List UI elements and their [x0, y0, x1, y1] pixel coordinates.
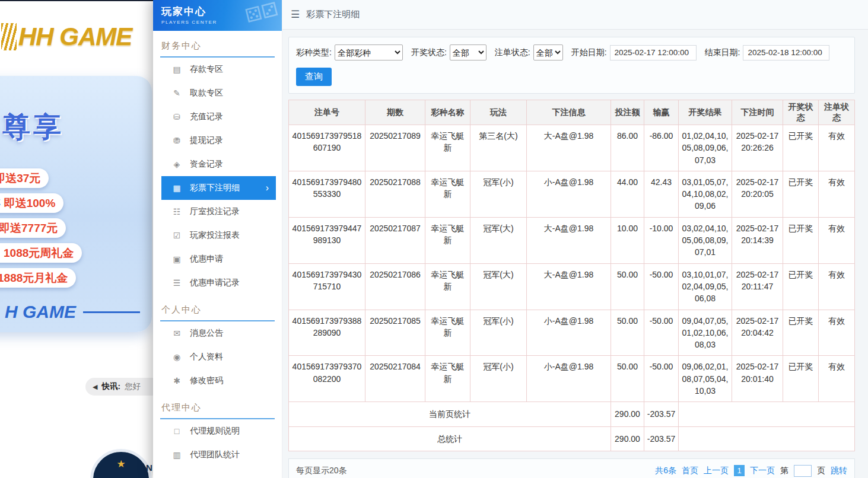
promo-pill-right: 即送7777元 [0, 222, 58, 234]
sidebar-section-title: 个人中心 [160, 304, 275, 321]
sidebar-item-label: 代理规则说明 [190, 426, 240, 436]
brand-badge: ★ [90, 449, 152, 478]
cell-order_no: 401569173979480553330 [289, 171, 365, 217]
cell-order_status: 有效 [819, 171, 855, 217]
order-status-select[interactable]: 全部 [533, 44, 563, 60]
sidebar-item-player-bet-report[interactable]: ☑玩家投注报表 [161, 224, 276, 247]
summary-empty [679, 426, 855, 451]
end-date-input[interactable] [743, 45, 829, 60]
withdrawal-icon: ⛃ [172, 136, 182, 145]
sidebar-item-promo-application-records[interactable]: ☰优惠申请记录 [161, 271, 276, 295]
funds-icon: ◈ [172, 160, 182, 169]
withdraw-pen-icon: ✎ [172, 88, 182, 98]
sidebar-item-label: 代理团队统计 [190, 450, 240, 460]
report-icon: ☑ [172, 231, 182, 240]
cell-winloss: -86.00 [644, 125, 679, 171]
sidebar-item-room-bet-records[interactable]: ☷厅室投注记录 [161, 200, 276, 224]
menu-icon[interactable]: ☰ [291, 8, 300, 21]
end-date-label: 结束日期: [705, 47, 740, 58]
user-icon: ◉ [172, 352, 182, 362]
cell-bet_info: 小-A盘@1.98 [527, 310, 611, 356]
cell-period: 20250217084 [365, 356, 425, 402]
promo-pill: P首存即送100% [0, 193, 63, 213]
sidebar-item-withdrawal-records[interactable]: ⛃提现记录 [161, 129, 276, 152]
main-panel: ☰ 彩票下注明细 彩种类型: 全部彩种 开奖状态: 全部 注单状态: [282, 0, 868, 478]
jump-button[interactable]: 跳转 [831, 466, 847, 476]
sidebar-item-change-password[interactable]: ✱修改密码 [161, 369, 276, 393]
cell-order_status: 有效 [819, 263, 855, 310]
sidebar-item-label: 提现记录 [190, 135, 223, 146]
cell-result: 03,01,05,07,04,10,08,02,09,06 [679, 171, 732, 217]
sidebar-item-deposit-zone[interactable]: ▤存款专区 [161, 58, 276, 81]
cell-bet_info: 小-A盘@1.98 [527, 356, 611, 402]
site-logo: HH GAME [1, 23, 132, 51]
sidebar-item-agent-rules[interactable]: □代理规则说明 [161, 419, 276, 443]
news-ticker: ◀ 快讯: 您好 [85, 378, 153, 396]
summary-winloss: -203.57 [644, 426, 679, 451]
sidebar-item-label: 优惠申请 [190, 254, 223, 265]
table-row: 40156917397943071571020250217086幸运飞艇新冠军(… [289, 263, 855, 310]
jump-page-input[interactable] [794, 465, 812, 477]
draw-status-select[interactable]: 全部 [450, 44, 487, 60]
sidebar-section: 个人中心✉消息公告◉个人资料✱修改密码 [153, 304, 282, 393]
promo-pill: 加赠1088元周礼金 [0, 243, 82, 263]
current-page[interactable]: 1 [734, 465, 745, 476]
sidebar-item-promo-application[interactable]: ▣优惠申请 [161, 247, 276, 271]
star-icon: ★ [116, 458, 125, 478]
table-row: 40156917397944798913020250217087幸运飞艇新冠军(… [289, 217, 855, 263]
sidebar-item-personal-profile[interactable]: ◉个人资料 [161, 345, 276, 369]
promo-brand-text: H GAME [5, 302, 76, 322]
cell-order_no: 401569173979388289090 [289, 310, 365, 356]
summary-row: 总统计290.00-203.57 [289, 426, 855, 451]
start-date-label: 开始日期: [571, 47, 607, 58]
sidebar-item-label: 资金记录 [190, 159, 223, 170]
lottery-type-select[interactable]: 全部彩种 [335, 44, 403, 60]
stats-icon: ▥ [172, 450, 182, 460]
summary-amount: 290.00 [611, 426, 644, 451]
cell-time: 2025-02-17 20:14:39 [732, 217, 783, 263]
promo-pill-right: 1088元周礼金 [4, 247, 74, 259]
sidebar-item-agent-team-stats[interactable]: ▥代理团队统计 [161, 443, 276, 467]
sidebar-item-lottery-bet-details[interactable]: ▦彩票下注明细› [161, 176, 276, 200]
table-row: 40156917397937008220020250217084幸运飞艇新冠军(… [289, 356, 855, 402]
column-header: 玩法 [470, 100, 527, 125]
deposit-card-icon: ▤ [172, 65, 182, 74]
summary-winloss: -203.57 [644, 402, 679, 426]
promo-records-icon: ☰ [172, 278, 182, 288]
table-row: 40156917397938828909020250217085幸运飞艇新冠军(… [289, 310, 855, 356]
sidebar-item-message-announcements[interactable]: ✉消息公告 [161, 321, 276, 345]
summary-amount: 290.00 [611, 402, 644, 426]
summary-row: 当前页统计290.00-203.57 [289, 402, 855, 426]
search-button[interactable]: 查询 [296, 68, 332, 86]
sidebar-item-fund-records[interactable]: ◈资金记录 [161, 152, 276, 176]
sidebar-sections: 财务中心▤存款专区✎取款专区⛁充值记录⛃提现记录◈资金记录▦彩票下注明细›☷厅室… [153, 40, 282, 467]
cell-winloss: 42.43 [644, 171, 679, 217]
start-date-input[interactable] [610, 45, 697, 60]
cell-draw_status: 已开奖 [783, 310, 819, 356]
table-header-row: 注单号期数彩种名称玩法下注信息投注额输赢开奖结果下注时间开奖状态注单状态 [289, 100, 855, 125]
promo-headline: 尊享 [2, 109, 152, 146]
sidebar-item-label: 取款专区 [190, 88, 223, 98]
cell-draw_status: 已开奖 [783, 171, 819, 217]
cell-period: 20250217089 [365, 125, 425, 171]
pagination-controls: 共6条 首页 上一页 1 下一页 第 页 跳转 [655, 465, 847, 477]
cell-draw_status: 已开奖 [783, 356, 819, 402]
logo-stripes-icon [1, 23, 17, 50]
column-header: 输赢 [644, 100, 679, 125]
sidebar-item-recharge-records[interactable]: ⛁充值记录 [161, 105, 276, 129]
table-row: 40156917397948055333020250217088幸运飞艇新冠军(… [289, 171, 855, 217]
sidebar-item-withdraw-zone[interactable]: ✎取款专区 [161, 81, 276, 105]
prev-page-link[interactable]: 上一页 [704, 466, 729, 476]
column-header: 下注时间 [732, 100, 783, 125]
first-page-link[interactable]: 首页 [682, 466, 698, 476]
ticker-message: 您好 [125, 381, 141, 392]
cell-winloss: -10.00 [644, 217, 679, 263]
sidebar-section: 代理中心□代理规则说明▥代理团队统计 [153, 402, 282, 467]
next-page-link[interactable]: 下一页 [750, 466, 775, 476]
summary-empty [679, 402, 855, 426]
cell-time: 2025-02-17 20:11:47 [732, 263, 783, 310]
recharge-icon: ⛁ [172, 112, 182, 122]
cell-period: 20250217087 [365, 217, 425, 263]
cell-amount: 50.00 [611, 263, 644, 310]
cell-result: 01,02,04,10,05,08,09,06,07,03 [679, 125, 732, 171]
